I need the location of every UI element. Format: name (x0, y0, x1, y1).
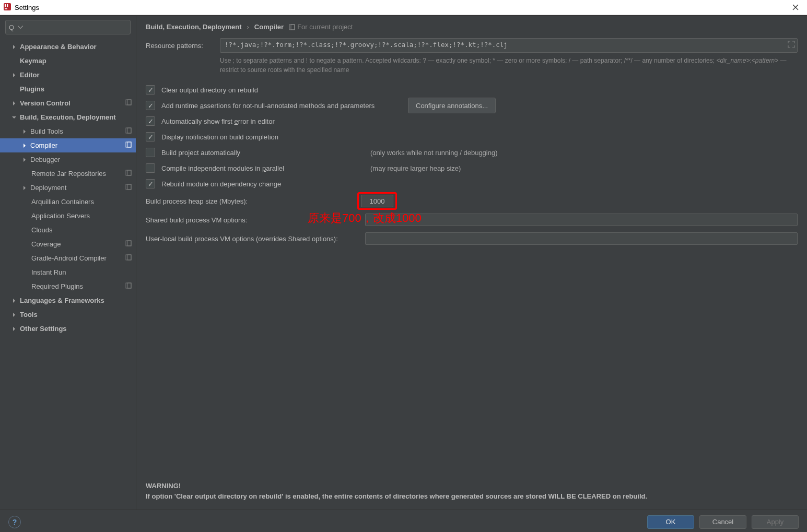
warning-body: If option 'Clear output directory on reb… (146, 491, 798, 502)
sidebar-item-build-tools[interactable]: Build Tools (0, 124, 136, 138)
shared-vm-input[interactable] (365, 214, 798, 226)
svg-rect-9 (127, 142, 131, 147)
sidebar-item-deployment[interactable]: Deployment (0, 181, 136, 195)
sidebar-item-editor[interactable]: Editor (0, 68, 136, 82)
check-add-runtime-assertions[interactable]: Add runtime assertions for not-null-anno… (146, 101, 402, 110)
chevron-right-icon (11, 73, 17, 78)
project-scope-icon (125, 184, 132, 192)
checkbox-icon[interactable] (146, 85, 155, 94)
svg-rect-6 (126, 128, 131, 133)
app-icon (3, 3, 11, 13)
project-scope-icon (125, 141, 132, 149)
sidebar-item-instant-run[interactable]: Instant Run (0, 265, 136, 279)
svg-rect-13 (127, 184, 131, 190)
svg-rect-5 (127, 100, 131, 105)
chevron-right-icon (11, 101, 17, 106)
chevron-right-icon (22, 129, 27, 134)
svg-rect-19 (127, 283, 131, 288)
sidebar-item-plugins[interactable]: Plugins (0, 82, 136, 96)
breadcrumb-item[interactable]: Build, Execution, Deployment (146, 23, 241, 31)
for-current-project-label: For current project (289, 23, 353, 31)
search-input[interactable]: Q (5, 20, 131, 34)
check-clear-output[interactable]: Clear output directory on rebuild (146, 82, 798, 98)
content-panel: Build, Execution, Deployment › Compiler … (136, 16, 807, 510)
sidebar-item-remote-jar[interactable]: Remote Jar Repositories (0, 167, 136, 181)
cancel-button[interactable]: Cancel (699, 515, 746, 529)
sidebar-item-arquillian[interactable]: Arquillian Containers (0, 195, 136, 209)
project-scope-icon (125, 282, 132, 290)
check-auto-first-error[interactable]: Automatically show first error in editor (146, 113, 798, 129)
resource-patterns-input[interactable]: !?*.java;!?*.form;!?*.class;!?*.groovy;!… (220, 38, 798, 53)
project-scope-icon (125, 99, 132, 107)
sidebar-item-version-control[interactable]: Version Control (0, 96, 136, 110)
chevron-right-icon (22, 157, 27, 162)
annotation-highlight: 1000 (357, 192, 397, 210)
checkbox-icon[interactable] (146, 116, 155, 126)
heap-size-input[interactable]: 1000 (361, 195, 393, 207)
svg-rect-8 (126, 142, 131, 147)
close-button[interactable] (787, 1, 804, 14)
sidebar-item-coverage[interactable]: Coverage (0, 237, 136, 251)
chevron-right-icon (22, 143, 27, 148)
svg-rect-20 (289, 25, 295, 30)
expand-icon[interactable] (788, 41, 795, 50)
sidebar-item-clouds[interactable]: Clouds (0, 223, 136, 237)
apply-button[interactable]: Apply (752, 515, 799, 529)
checkbox-icon[interactable] (146, 101, 155, 110)
chevron-down-icon (17, 24, 24, 30)
titlebar: Settings (0, 0, 807, 15)
project-scope-icon (125, 254, 132, 262)
svg-rect-14 (126, 241, 131, 246)
help-button[interactable]: ? (8, 516, 21, 528)
checkbox-icon[interactable] (146, 179, 155, 188)
svg-rect-1 (5, 8, 7, 9)
breadcrumb: Build, Execution, Deployment › Compiler … (146, 23, 798, 31)
svg-rect-15 (127, 241, 131, 246)
check-display-notification[interactable]: Display notification on build completion (146, 129, 798, 145)
chevron-right-icon: › (247, 23, 249, 31)
sidebar-item-compiler[interactable]: Compiler (0, 138, 136, 152)
sidebar-item-languages[interactable]: Languages & Frameworks (0, 293, 136, 308)
svg-rect-10 (126, 170, 131, 175)
check-rebuild-dep[interactable]: Rebuild module on dependency change (146, 176, 798, 192)
sidebar-item-build-execution-deployment[interactable]: Build, Execution, Deployment (0, 110, 136, 124)
shared-vm-label: Shared build process VM options: (146, 216, 302, 224)
sidebar-item-other-settings[interactable]: Other Settings (0, 322, 136, 336)
check-build-auto[interactable]: Build project automatically (146, 148, 355, 157)
chevron-right-icon (11, 312, 17, 317)
sidebar-item-required-plugins[interactable]: Required Plugins (0, 279, 136, 293)
user-vm-input[interactable] (365, 232, 798, 245)
chevron-right-icon (22, 185, 27, 191)
project-scope-icon (125, 240, 132, 248)
user-vm-label: User-local build process VM options (ove… (146, 235, 360, 243)
settings-tree: Appearance & Behavior Keymap Editor Plug… (0, 40, 136, 510)
ok-button[interactable]: OK (647, 515, 694, 529)
sidebar-item-keymap[interactable]: Keymap (0, 54, 136, 68)
checkbox-icon[interactable] (146, 132, 155, 141)
sidebar-item-appearance[interactable]: Appearance & Behavior (0, 40, 136, 54)
checkbox-icon[interactable] (146, 148, 155, 157)
sidebar-item-tools[interactable]: Tools (0, 308, 136, 322)
resource-patterns-hint: Use ; to separate patterns and ! to nega… (220, 56, 798, 75)
sidebar-item-app-servers[interactable]: Application Servers (0, 209, 136, 223)
breadcrumb-item: Compiler (254, 23, 284, 31)
svg-rect-12 (126, 184, 131, 190)
svg-rect-11 (127, 170, 131, 175)
warning-block: WARNING! If option 'Clear output directo… (146, 476, 798, 504)
configure-annotations-button[interactable]: Configure annotations... (408, 98, 496, 113)
build-auto-note: (only works while not running / debuggin… (370, 149, 498, 157)
chevron-right-icon (11, 298, 17, 303)
chevron-down-icon (11, 115, 17, 120)
svg-rect-7 (127, 128, 131, 133)
compile-parallel-note: (may require larger heap size) (370, 164, 461, 172)
sidebar-item-gradle-android[interactable]: Gradle-Android Compiler (0, 251, 136, 265)
sidebar-item-debugger[interactable]: Debugger (0, 152, 136, 167)
sidebar: Q Appearance & Behavior Keymap Editor Pl… (0, 16, 136, 510)
project-scope-icon (125, 127, 132, 135)
svg-rect-16 (126, 255, 131, 260)
chevron-right-icon (11, 326, 17, 332)
checkbox-icon[interactable] (146, 163, 155, 173)
heap-size-label: Build process heap size (Mbytes): (146, 197, 352, 205)
check-compile-parallel[interactable]: Compile independent modules in parallel (146, 163, 355, 173)
warning-title: WARNING! (146, 481, 798, 491)
